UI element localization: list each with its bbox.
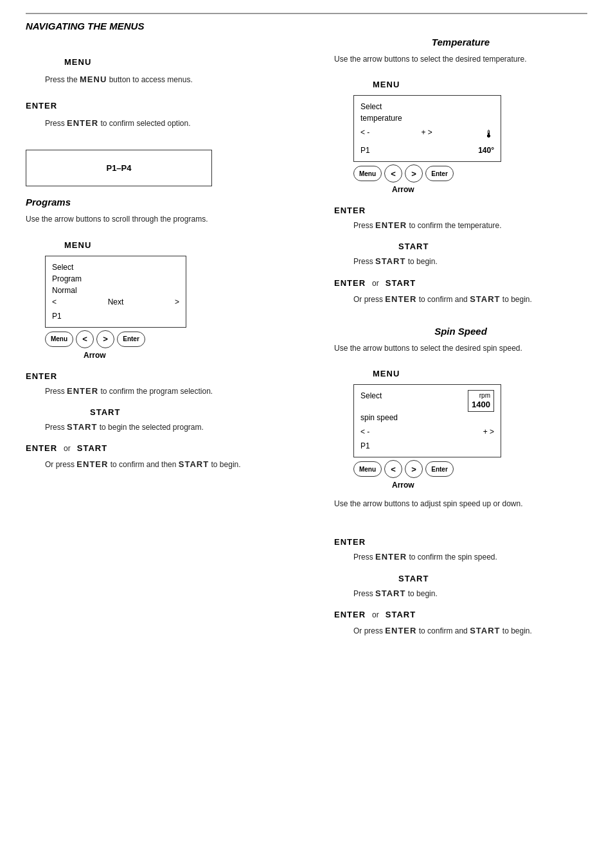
page: NAVIGATING THE MENUS MENU Press the MENU… [0, 0, 613, 868]
prog-btn-row: Menu < > Enter [45, 330, 315, 348]
right-enter-label-1: ENTER [334, 204, 587, 216]
right-para-spin-2: Use the arrow buttons to adjust spin spe… [334, 497, 587, 510]
temp-left-btn[interactable]: < [384, 164, 402, 182]
temp-right-btn[interactable]: > [405, 164, 423, 182]
prog-arrow-label: Arrow [84, 351, 315, 360]
spin-left-btn[interactable]: < [384, 460, 402, 478]
temp-menu-btn[interactable]: Menu [353, 166, 382, 181]
right-enter-start-row-2: ENTER or START [334, 608, 587, 621]
spin-lcd: Select rpm 1400 spin speed < - + > P1 [353, 384, 501, 457]
temp-lcd-container: Select temperature < - + > 🌡 P1 140° [353, 95, 587, 194]
rpm-badge: rpm 1400 [468, 390, 494, 412]
right-start-label-3: START [398, 572, 587, 584]
right-para-spin-1: Use the arrow buttons to select the desi… [334, 342, 587, 355]
right-para-temp-1: Use the arrow buttons to select the desi… [334, 53, 587, 66]
left-enter-label-1: ENTER [26, 100, 315, 111]
left-enter-label-2: ENTER [26, 370, 315, 382]
program-lcd: Select Program Normal < Next > P1 [45, 256, 186, 328]
right-menu-label-1: MENU [373, 78, 587, 90]
right-para-temp-4: Or press ENTER to confirm and START to b… [353, 292, 587, 306]
right-column: Temperature Use the arrow buttons to sel… [328, 37, 587, 638]
programs-title: Programs [26, 197, 315, 208]
left-enter-start-row: ENTER or START [26, 442, 315, 455]
spin-arrow-label: Arrow [392, 481, 587, 490]
prog-line5: P1 [52, 310, 179, 322]
right-menu-label-2: MENU [373, 368, 587, 379]
left-para-5: Press START to begin the selected progra… [45, 420, 315, 434]
spin-line4: P1 [360, 440, 494, 452]
prog-line4: < Next > [52, 296, 179, 308]
spin-lcd-container: Select rpm 1400 spin speed < - + > P1 [353, 384, 587, 490]
spin-line1: Select rpm 1400 [360, 390, 494, 412]
left-para-4: Press ENTER to confirm the program selec… [45, 384, 315, 398]
temp-line2: temperature [360, 112, 494, 124]
temp-arrow-label: Arrow [392, 185, 587, 194]
prog-line1: Select [52, 261, 179, 273]
left-para-6: Or press ENTER to confirm and then START… [45, 457, 315, 472]
left-menu-label-2: MENU [64, 239, 315, 251]
prog-left-btn[interactable]: < [76, 330, 94, 348]
right-para-spin-4: Press START to begin. [353, 587, 587, 601]
right-start-label-1: START [398, 240, 587, 252]
temperature-title: Temperature [334, 37, 587, 48]
thermometer-icon: 🌡 [484, 127, 494, 142]
left-column: MENU Press the MENU button to access men… [26, 37, 328, 638]
spin-menu-btn[interactable]: Menu [353, 461, 382, 477]
temp-lcd: Select temperature < - + > 🌡 P1 140° [353, 95, 501, 162]
temp-btn-row: Menu < > Enter [353, 164, 587, 182]
p1-p4-box: P1–P4 [26, 150, 315, 186]
left-para-3: Use the arrow buttons to scroll through … [26, 213, 315, 226]
spin-line3: < - + > [360, 426, 494, 438]
spin-enter-btn[interactable]: Enter [425, 461, 454, 477]
p1box-label: P1–P4 [35, 157, 202, 179]
right-enter-start-row-1: ENTER or START [334, 277, 587, 290]
prog-enter-btn[interactable]: Enter [117, 332, 145, 347]
right-para-spin-5: Or press ENTER to confirm and START to b… [353, 624, 587, 638]
top-rule [26, 13, 587, 14]
left-start-label-1: START [90, 406, 315, 418]
left-menu-label-1: MENU [64, 56, 315, 67]
page-heading: NAVIGATING THE MENUS [26, 21, 587, 31]
right-para-temp-3: Press START to begin. [353, 254, 587, 269]
spin-speed-title: Spin Speed [334, 326, 587, 337]
right-para-temp-2: Press ENTER to confirm the temperature. [353, 218, 587, 233]
temp-line4: P1 140° [360, 145, 494, 156]
left-para-1: Press the MENU button to access menus. [45, 73, 315, 87]
left-para-2: Press ENTER to confirm selected option. [45, 116, 315, 130]
spin-right-btn[interactable]: > [405, 460, 423, 478]
right-para-spin-3: Press ENTER to confirm the spin speed. [353, 550, 587, 564]
temp-enter-btn[interactable]: Enter [425, 166, 454, 181]
program-lcd-container: Select Program Normal < Next > P1 Menu [45, 256, 315, 360]
right-enter-label-3: ENTER [334, 536, 587, 547]
prog-line2: Program [52, 273, 179, 285]
temp-line1: Select [360, 101, 494, 112]
spin-line2: spin speed [360, 412, 494, 423]
prog-right-btn[interactable]: > [96, 330, 114, 348]
spin-btn-row: Menu < > Enter [353, 460, 587, 478]
temp-line3: < - + > 🌡 [360, 127, 494, 142]
prog-menu-btn[interactable]: Menu [45, 332, 73, 347]
prog-line3: Normal [52, 285, 179, 296]
